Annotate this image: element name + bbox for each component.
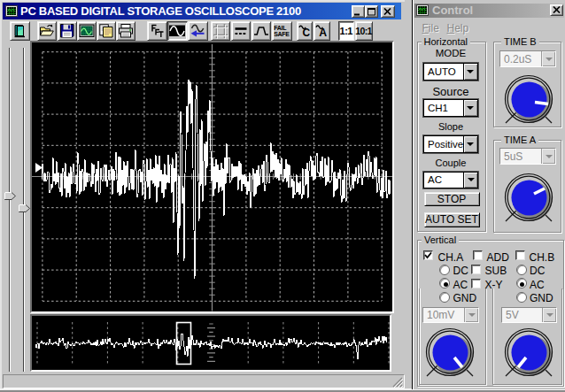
svg-text:A: A bbox=[319, 27, 327, 39]
svg-text:C: C bbox=[302, 27, 310, 39]
